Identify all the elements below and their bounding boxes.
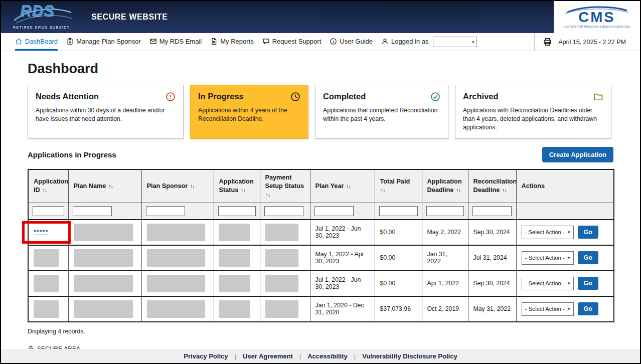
col-reconciliation-deadline[interactable]: Reconciliation Deadline ↑↓ [468, 169, 516, 203]
filter-plan-sponsor[interactable] [146, 206, 185, 216]
card-needs-attention[interactable]: Needs Attention Applications within 30 d… [28, 85, 184, 139]
filter-application-deadline[interactable] [426, 206, 464, 216]
sort-icon: ↑↓ [346, 183, 351, 189]
action-select[interactable]: - Select Action - ▾ [522, 302, 574, 316]
site-title: SECURE WEBSITE [91, 13, 168, 22]
action-select-label: - Select Action - [525, 229, 565, 235]
rds-secure-website: RDS RETIREE DRUG SUBSIDY SECURE WEBSITE … [0, 0, 641, 364]
table-filter-row [28, 203, 614, 220]
nav-logged-in-as[interactable]: Logged in as [381, 33, 428, 51]
total-paid-cell: $0.00 [375, 245, 422, 271]
nav-user-guide[interactable]: User Guide [330, 33, 373, 51]
envelope-icon [149, 38, 157, 45]
footer-link-privacy-policy[interactable]: Privacy Policy [184, 352, 228, 360]
clipboard-icon [66, 38, 74, 45]
total-paid-cell: $0.00 [375, 271, 422, 296]
col-payment-setup-status[interactable]: Payment Setup Status ↑↓ [260, 169, 310, 203]
applications-table: Application ID ↑↓ Plan Name ↑↓ Plan Spon… [28, 169, 614, 322]
action-select[interactable]: - Select Action - ▾ [522, 277, 574, 290]
go-button[interactable]: Go [578, 302, 598, 315]
application-deadline-cell: May 2, 2022 [422, 220, 468, 245]
page-title: Dashboard [28, 61, 613, 77]
redacted-value [34, 300, 59, 318]
application-deadline-cell: Oct 2, 2019 [422, 296, 468, 322]
reconciliation-deadline-cell: Jul 31, 2024 [468, 245, 516, 271]
create-application-button[interactable]: Create Application [542, 147, 613, 162]
column-label: Plan Sponsor [147, 183, 188, 190]
col-application-id[interactable]: Application ID ↑↓ [28, 169, 68, 203]
card-description: Applications within 30 days of a deadlin… [36, 106, 176, 123]
redacted-value [74, 224, 133, 241]
card-completed[interactable]: Completed Applications that completed Re… [315, 85, 448, 139]
rds-logo-text: RDS [20, 2, 54, 20]
col-actions: Actions [516, 169, 614, 203]
action-select[interactable]: - Select Action - ▾ [522, 226, 574, 239]
nav-manage-plan-sponsor[interactable]: Manage Plan Sponsor [66, 33, 141, 51]
col-application-status[interactable]: Application Status ↑↓ [214, 169, 260, 203]
column-label: Plan Year [315, 183, 344, 190]
nav-label: Request Support [272, 38, 322, 45]
secure-area-label: SECURE AREA [37, 345, 80, 349]
application-deadline-cell: Jan 31, 2022 [422, 245, 468, 271]
footer-link-accessibility[interactable]: Accessibility [307, 352, 348, 360]
column-label: Payment Setup Status [265, 174, 304, 190]
sort-icon: ↑↓ [456, 187, 460, 193]
table-row: Jul 1, 2022 - Jun 30, 2023 $0.00 Apr 1, … [28, 271, 614, 296]
action-select-label: - Select Action - [525, 306, 565, 312]
column-label: Actions [522, 183, 545, 190]
check-circle-icon [430, 92, 440, 102]
card-archived[interactable]: Archived Applications with Reconciliatio… [455, 85, 611, 139]
col-plan-sponsor[interactable]: Plan Sponsor ↑↓ [141, 169, 214, 203]
table-section-header: Applications in Progress Create Applicat… [28, 147, 613, 162]
action-select[interactable]: - Select Action - ▾ [522, 251, 574, 265]
secure-area: SECURE AREA [28, 345, 613, 349]
column-label: Application Status [219, 178, 254, 194]
plan-year-cell: Jan 1, 2020 - Dec 31, 2020 [310, 296, 375, 322]
filter-application-id[interactable] [33, 206, 64, 216]
page-footer: Privacy Policy | User Agreement | Access… [1, 349, 640, 363]
column-label: Reconciliation Deadline [473, 178, 517, 194]
table-row: Jan 1, 2020 - Dec 31, 2020 $37,073.96 Oc… [28, 296, 614, 322]
filter-payment-setup-status[interactable] [264, 206, 303, 216]
sort-icon: ↑↓ [108, 183, 113, 189]
footer-link-vulnerability-disclosure-policy[interactable]: Vulnerability Disclosure Policy [362, 352, 457, 360]
go-button[interactable]: Go [578, 251, 598, 264]
nav-my-reports[interactable]: My Reports [210, 33, 253, 51]
logged-in-as-select[interactable]: ▾ [433, 37, 477, 47]
nav-dashboard[interactable]: DashBoard [15, 33, 58, 51]
filter-reconciliation-deadline[interactable] [472, 206, 512, 216]
redacted-value [34, 249, 59, 267]
filter-application-status[interactable] [218, 206, 256, 216]
filter-plan-year[interactable] [314, 206, 354, 216]
nav-my-rds-email[interactable]: My RDS Email [149, 33, 202, 51]
datetime-display: April 15, 2025 - 2:22 PM [558, 39, 626, 46]
main-content: Dashboard Needs Attention Applications w… [1, 51, 640, 349]
cms-logo-box: CMS CENTERS FOR MEDICARE & MEDICAID SERV… [554, 1, 640, 33]
main-nav: DashBoard Manage Plan Sponsor My RDS Ema… [1, 33, 640, 51]
plan-year-cell: Jul 1, 2022 - Jun 30, 2023 [310, 220, 375, 245]
col-plan-year[interactable]: Plan Year ↑↓ [310, 169, 375, 203]
go-button[interactable]: Go [578, 226, 598, 239]
nav-label: Logged in as [391, 38, 428, 45]
sort-icon: ↑↓ [42, 187, 47, 193]
chevron-down-icon: ▾ [568, 230, 570, 235]
footer-link-user-agreement[interactable]: User Agreement [243, 352, 293, 360]
nav-request-support[interactable]: Request Support [262, 33, 322, 51]
printer-icon[interactable] [543, 37, 552, 47]
go-button[interactable]: Go [578, 277, 598, 290]
col-plan-name[interactable]: Plan Name ↑↓ [68, 169, 141, 203]
user-icon [381, 38, 389, 45]
document-icon [210, 38, 218, 45]
rds-logo: RDS RETIREE DRUG SUBSIDY [12, 4, 76, 31]
filter-plan-name[interactable] [73, 206, 112, 216]
support-icon [262, 38, 270, 45]
sort-icon: ↑↓ [266, 192, 270, 198]
cms-swoosh-graphic [564, 4, 630, 14]
col-application-deadline[interactable]: Application Deadline ↑↓ [422, 169, 468, 203]
nav-label: My Reports [220, 38, 253, 45]
application-id-link[interactable]: ***** [34, 229, 48, 236]
cms-logo-subtext: CENTERS FOR MEDICARE & MEDICAID SERVICES [564, 25, 630, 28]
card-in-progress[interactable]: In Progress Applications within 4 years … [190, 85, 308, 139]
filter-total-paid[interactable] [379, 206, 418, 216]
col-total-paid[interactable]: Total Paid ↑↓ [375, 169, 422, 203]
